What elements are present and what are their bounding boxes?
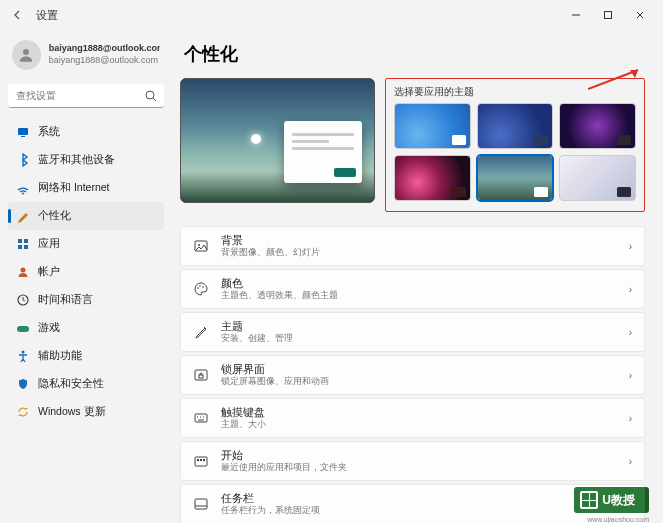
svg-point-22 bbox=[202, 286, 204, 288]
sidebar-item-label: 个性化 bbox=[38, 209, 71, 223]
chevron-right-icon: › bbox=[629, 284, 632, 295]
watermark: U教授 bbox=[574, 487, 649, 513]
svg-point-19 bbox=[198, 244, 200, 246]
account-email: baiyang1888@outlook.com bbox=[49, 43, 160, 55]
sidebar-item-label: 网络和 Internet bbox=[38, 181, 110, 195]
desktop-preview bbox=[180, 78, 375, 203]
page-title: 个性化 bbox=[184, 42, 645, 66]
back-button[interactable] bbox=[8, 5, 28, 25]
svg-point-21 bbox=[199, 285, 201, 287]
theme-selector-label: 选择要应用的主题 bbox=[394, 85, 636, 99]
svg-rect-34 bbox=[195, 499, 207, 509]
setting-item-colors[interactable]: 颜色主题色、透明效果、颜色主题› bbox=[180, 269, 645, 309]
sidebar-item-network[interactable]: 网络和 Internet bbox=[8, 174, 164, 202]
chevron-right-icon: › bbox=[629, 456, 632, 467]
setting-item-themes[interactable]: 主题安装、创建、管理› bbox=[180, 312, 645, 352]
svg-point-7 bbox=[22, 193, 24, 195]
sidebar-item-label: 帐户 bbox=[38, 265, 60, 279]
svg-rect-1 bbox=[605, 12, 612, 19]
account-info[interactable]: baiyang1888@outlook.com baiyang1888@outl… bbox=[8, 36, 164, 80]
touchkeyboard-icon bbox=[193, 410, 209, 426]
sidebar-item-label: 隐私和安全性 bbox=[38, 377, 104, 391]
sidebar-item-update[interactable]: Windows 更新 bbox=[8, 398, 164, 426]
setting-item-background[interactable]: 背景背景图像、颜色、幻灯片› bbox=[180, 226, 645, 266]
svg-line-4 bbox=[153, 98, 156, 101]
background-icon bbox=[193, 238, 209, 254]
theme-option-flower[interactable] bbox=[394, 155, 471, 201]
theme-grid bbox=[394, 103, 636, 201]
setting-subtitle: 背景图像、颜色、幻灯片 bbox=[221, 247, 617, 258]
sidebar-item-label: 时间和语言 bbox=[38, 293, 93, 307]
svg-rect-14 bbox=[17, 326, 29, 332]
accounts-icon bbox=[16, 265, 30, 279]
sidebar-item-bluetooth[interactable]: 蓝牙和其他设备 bbox=[8, 146, 164, 174]
minimize-button[interactable] bbox=[561, 3, 591, 27]
network-icon bbox=[16, 181, 30, 195]
system-icon bbox=[16, 125, 30, 139]
sidebar-item-apps[interactable]: 应用 bbox=[8, 230, 164, 258]
start-icon bbox=[193, 453, 209, 469]
theme-selector-panel: 选择要应用的主题 bbox=[385, 78, 645, 212]
chevron-right-icon: › bbox=[629, 241, 632, 252]
sidebar-item-label: 应用 bbox=[38, 237, 60, 251]
privacy-icon bbox=[16, 377, 30, 391]
svg-point-3 bbox=[146, 91, 154, 99]
sidebar-item-personalization[interactable]: 个性化 bbox=[8, 202, 164, 230]
sidebar-item-label: 辅助功能 bbox=[38, 349, 82, 363]
sidebar-item-label: 系统 bbox=[38, 125, 60, 139]
search-box[interactable] bbox=[8, 84, 164, 108]
settings-list: 背景背景图像、颜色、幻灯片›颜色主题色、透明效果、颜色主题›主题安装、创建、管理… bbox=[180, 226, 645, 523]
setting-title: 开始 bbox=[221, 449, 617, 462]
close-button[interactable] bbox=[625, 3, 655, 27]
sidebar-item-accessibility[interactable]: 辅助功能 bbox=[8, 342, 164, 370]
svg-rect-30 bbox=[195, 457, 207, 466]
account-sub: baiyang1888@outlook.com bbox=[49, 55, 160, 67]
setting-subtitle: 主题色、透明效果、颜色主题 bbox=[221, 290, 617, 301]
sidebar-item-gaming[interactable]: 游戏 bbox=[8, 314, 164, 342]
setting-item-lockscreen[interactable]: 锁屏界面锁定屏幕图像、应用和动画› bbox=[180, 355, 645, 395]
setting-item-start[interactable]: 开始最近使用的应用和项目，文件夹› bbox=[180, 441, 645, 481]
sidebar-item-label: Windows 更新 bbox=[38, 405, 106, 419]
taskbar-icon bbox=[193, 496, 209, 512]
search-input[interactable] bbox=[8, 84, 164, 108]
theme-option-flow[interactable] bbox=[559, 155, 636, 201]
colors-icon bbox=[193, 281, 209, 297]
setting-subtitle: 锁定屏幕图像、应用和动画 bbox=[221, 376, 617, 387]
watermark-logo-icon bbox=[580, 491, 598, 509]
lockscreen-icon bbox=[193, 367, 209, 383]
svg-point-2 bbox=[23, 49, 29, 55]
sidebar-item-time[interactable]: 时间和语言 bbox=[8, 286, 164, 314]
setting-subtitle: 主题、大小 bbox=[221, 419, 617, 430]
setting-title: 触摸键盘 bbox=[221, 406, 617, 419]
setting-title: 任务栏 bbox=[221, 492, 617, 505]
setting-subtitle: 任务栏行为，系统固定项 bbox=[221, 505, 617, 516]
window-title: 设置 bbox=[36, 8, 58, 23]
sidebar-item-label: 蓝牙和其他设备 bbox=[38, 153, 115, 167]
theme-option-light-bloom[interactable] bbox=[394, 103, 471, 149]
sidebar-item-system[interactable]: 系统 bbox=[8, 118, 164, 146]
sidebar-item-accounts[interactable]: 帐户 bbox=[8, 258, 164, 286]
avatar bbox=[12, 40, 41, 70]
svg-rect-9 bbox=[24, 239, 28, 243]
setting-item-touchkeyboard[interactable]: 触摸键盘主题、大小› bbox=[180, 398, 645, 438]
personalization-icon bbox=[16, 209, 30, 223]
svg-rect-31 bbox=[197, 459, 199, 461]
accessibility-icon bbox=[16, 349, 30, 363]
theme-option-glow[interactable] bbox=[559, 103, 636, 149]
svg-marker-17 bbox=[630, 70, 638, 78]
chevron-right-icon: › bbox=[629, 370, 632, 381]
theme-option-dark-bloom[interactable] bbox=[477, 103, 554, 149]
update-icon bbox=[16, 405, 30, 419]
svg-rect-11 bbox=[24, 245, 28, 249]
theme-option-sunrise[interactable] bbox=[477, 155, 554, 201]
svg-rect-5 bbox=[18, 128, 28, 135]
setting-title: 锁屏界面 bbox=[221, 363, 617, 376]
svg-rect-25 bbox=[195, 414, 207, 422]
themes-icon bbox=[193, 324, 209, 340]
maximize-button[interactable] bbox=[593, 3, 623, 27]
svg-point-15 bbox=[22, 351, 25, 354]
bluetooth-icon bbox=[16, 153, 30, 167]
sidebar-item-privacy[interactable]: 隐私和安全性 bbox=[8, 370, 164, 398]
svg-rect-6 bbox=[21, 136, 25, 137]
apps-icon bbox=[16, 237, 30, 251]
